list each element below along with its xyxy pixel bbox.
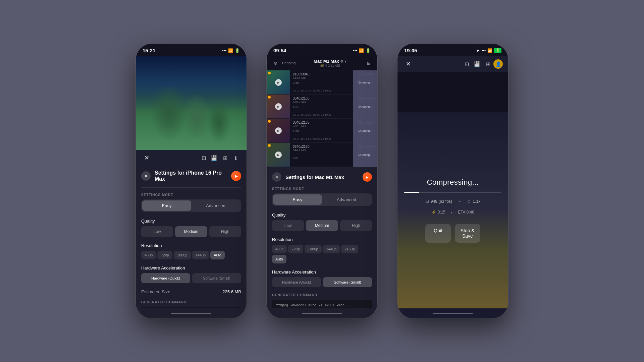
res-auto-1[interactable]: Auto — [210, 251, 225, 259]
quality-high-btn-2[interactable]: High — [340, 220, 372, 231]
home-indicator-1 — [136, 308, 247, 318]
screenshot-icon-1[interactable]: ⊡ — [198, 153, 209, 163]
quality-low-btn-2[interactable]: Low — [272, 220, 304, 231]
speed-value: 1.1x — [473, 199, 480, 204]
status-time-2: 09:54 — [273, 48, 286, 53]
mac-device-name: Mac M1 Max ⚙ ▾ — [298, 59, 362, 64]
settings-play-btn-1[interactable] — [231, 171, 241, 181]
mode-easy-btn-1[interactable]: Easy — [142, 200, 191, 211]
est-size-value-1: 225.6 MB — [222, 289, 241, 294]
res-480-2[interactable]: 480p — [272, 245, 287, 253]
dark-bg-top — [397, 72, 508, 112]
status-bar-2: 09:54 ▪▪▪ 📶 🔋 — [267, 44, 377, 56]
mode-easy-btn-2[interactable]: Easy — [273, 194, 322, 205]
avatar-icon-3[interactable]: 👤 — [493, 59, 503, 69]
queuing-badge-1: Queuing... — [353, 70, 377, 95]
compress-progress — [404, 192, 501, 193]
export-icon[interactable]: ⊞ — [365, 59, 373, 67]
phone-compress: 19:05 ➤ ▪▪▪ 📶 🔋 ✕ ⊡ 💾 ⊞ 👤 Compressing...… — [397, 44, 508, 318]
modal-title: Settings for Mac M1 Max — [285, 174, 363, 180]
queuing-badge-2: Queuing... — [353, 95, 377, 119]
video-thumb-3: ▶ — [267, 119, 290, 143]
video-dur-3: 1:38 — [293, 129, 299, 136]
res-1080-2[interactable]: 1080p — [305, 245, 322, 253]
video-item-4[interactable]: ▶ 3840x2160 544.4 MB 3840x2160 7 KB — [267, 143, 377, 167]
resolution-buttons-2: 480p 720p 1080p 1440p 2160p Auto — [272, 245, 372, 263]
save-icon-3[interactable]: 💾 — [472, 59, 483, 69]
hw-buttons-2: Hardware (Quick) Software (Small) — [272, 277, 372, 287]
hw-small-btn-1[interactable]: Software (Small) — [192, 273, 241, 283]
res-1440-1[interactable]: 1440p — [192, 251, 209, 259]
video-thumb-4: ▶ — [267, 143, 290, 167]
thumb-play-3: ▶ — [275, 127, 282, 134]
video-thumb-2: ▶ — [267, 95, 290, 119]
hw-quick-btn-2[interactable]: Hardware (Quick) — [272, 277, 321, 287]
video-list: ▶ 2160x3840 334.4 MB 2160x3840 7 KB — [267, 70, 377, 167]
modal-header: ✕ Settings for Mac M1 Max ▶ — [272, 172, 372, 182]
res-720-1[interactable]: 720p — [157, 251, 172, 259]
elapsed-item: ⚡ 0:15 — [431, 210, 445, 216]
wifi-icon-3: 📶 — [487, 48, 492, 53]
share-icon-3[interactable]: ⊞ — [483, 59, 493, 69]
status-bar-3: 19:05 ➤ ▪▪▪ 📶 🔋 — [397, 44, 508, 56]
elapsed-value: 0:15 — [437, 210, 445, 215]
pending-icon: ⊙ — [271, 59, 279, 67]
speed-icon: ⚡ — [431, 210, 437, 215]
res-1440-2[interactable]: 1440p — [323, 245, 340, 253]
mode-advanced-btn-1[interactable]: Advanced — [191, 200, 240, 211]
video-res-3: 3840x2160 — [293, 121, 310, 124]
video-thumb-1: ▶ — [267, 70, 290, 95]
quality-low-btn-1[interactable]: Low — [141, 226, 173, 237]
modal-close-btn[interactable]: ✕ — [272, 172, 281, 182]
fps-value: 948 (63 fps) — [431, 199, 452, 204]
mac-settings-icon: ⚙ ▾ — [340, 59, 346, 63]
speed-stat: ⏱ 1.1x — [467, 199, 480, 204]
video-item-1[interactable]: ▶ 2160x3840 334.4 MB 2160x3840 7 KB — [267, 70, 377, 95]
thumb-dot-2 — [268, 96, 271, 99]
quality-medium-btn-2[interactable]: Medium — [306, 220, 338, 231]
modal-play-btn[interactable]: ▶ — [363, 172, 372, 182]
video-item-2[interactable]: ▶ 3840x2160 638.2 MB 3840x2160 7 KB — [267, 95, 377, 119]
home-bar-1 — [171, 313, 211, 314]
quality-medium-btn-1[interactable]: Medium — [175, 226, 207, 237]
compress-title: Compressing... — [427, 178, 479, 187]
quality-label-1: Quality — [141, 219, 241, 224]
hw-quick-btn-1[interactable]: Hardware (Quick) — [141, 273, 190, 283]
status-time-1: 15:21 — [143, 48, 155, 53]
progress-bar-bg — [404, 192, 501, 193]
res-auto-2[interactable]: Auto — [272, 255, 286, 263]
quality-high-btn-1[interactable]: High — [209, 226, 241, 237]
quit-button[interactable]: Quit — [425, 224, 451, 243]
res-480-1[interactable]: 480p — [141, 251, 156, 259]
close-button-1[interactable]: ✕ — [141, 153, 152, 163]
phone-mac: 09:54 ▪▪▪ 📶 🔋 ⊙ Pending Mac M1 Max ⚙ ▾ 📁… — [267, 44, 377, 318]
save-icon-1[interactable]: 💾 — [209, 153, 220, 163]
hw-small-btn-2[interactable]: Software (Small) — [323, 277, 372, 287]
est-size-row-1: Estimated Size 225.6 MB — [141, 289, 241, 294]
compress-stats: 🎞 948 (63 fps) • ⏱ 1.1x — [425, 198, 480, 204]
fps-stat: 🎞 948 (63 fps) — [425, 199, 452, 204]
time-divider: • — [451, 210, 453, 216]
settings-close-btn-1[interactable]: ✕ — [141, 171, 151, 181]
res-2160-2[interactable]: 2160p — [341, 245, 358, 253]
video-res-4: 3840x2160 — [293, 145, 310, 148]
hw-buttons-1: Hardware (Quick) Software (Small) — [141, 273, 241, 283]
hardware-label-2: Hardware Acceleration — [272, 269, 372, 275]
screenshot-icon-3[interactable]: ⊡ — [461, 59, 472, 69]
hardware-label-1: Hardware Acceleration — [141, 265, 241, 270]
mode-advanced-btn-2[interactable]: Advanced — [322, 194, 371, 205]
video-dur-1: 0:30 — [293, 81, 299, 88]
video-dur-4: 0:61 — [293, 157, 299, 160]
thumb-dot-3 — [268, 120, 271, 123]
command-text-2: ffmpeg -hwaccel auto -i INPUT -map ... — [276, 304, 353, 307]
share-icon-1[interactable]: ⊞ — [220, 153, 230, 163]
stop-save-button[interactable]: Stop & Save — [455, 224, 480, 243]
res-720-2[interactable]: 720p — [288, 245, 303, 253]
res-1080-1[interactable]: 1080p — [174, 251, 191, 259]
info-icon-1[interactable]: ℹ — [230, 153, 241, 163]
eta-item: ETA 0:40 — [458, 210, 474, 216]
video-item-3[interactable]: ▶ 3840x2160 732.5 MB 3840x2160 7 KB — [267, 119, 377, 143]
mode-label-1: SETTINGS MODE — [141, 193, 241, 197]
compress-time: ⚡ 0:15 • ETA 0:40 — [431, 210, 474, 216]
close-button-3[interactable]: ✕ — [403, 59, 414, 69]
